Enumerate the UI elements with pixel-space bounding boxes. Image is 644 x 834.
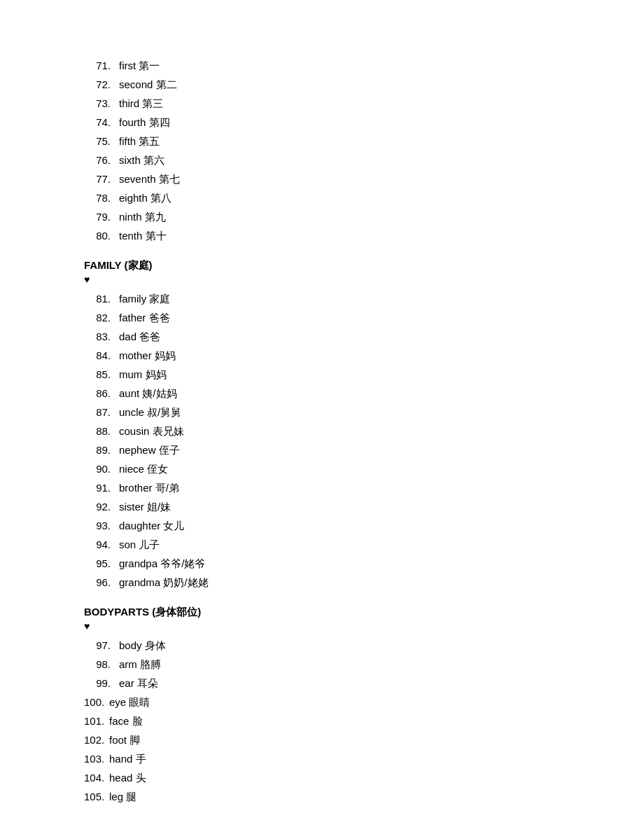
item-text: uncle 叔/舅舅 xyxy=(119,403,181,422)
item-number: 93. xyxy=(84,516,111,535)
item-text: leg 腿 xyxy=(109,787,136,806)
item-text: daughter 女儿 xyxy=(119,516,184,535)
item-text: seventh 第七 xyxy=(119,169,180,188)
bodyparts-section: BODYPARTS (身体部位) ♥ 97.body 身体98.arm 胳膊99… xyxy=(84,606,560,806)
item-text: cousin 表兄妹 xyxy=(119,422,184,440)
list-item: 82.father 爸爸 xyxy=(84,308,560,327)
item-text: brother 哥/弟 xyxy=(119,478,179,497)
item-number: 77. xyxy=(84,169,111,188)
item-number: 105. xyxy=(84,787,106,806)
item-text: third 第三 xyxy=(119,94,163,113)
item-number: 75. xyxy=(84,132,111,151)
item-text: fourth 第四 xyxy=(119,113,170,132)
list-item: 77.seventh 第七 xyxy=(84,169,560,188)
item-text: grandma 奶奶/姥姥 xyxy=(119,573,209,592)
list-item: 88.cousin 表兄妹 xyxy=(84,422,560,440)
list-item: 103.hand 手 xyxy=(84,749,560,768)
item-number: 101. xyxy=(84,711,106,730)
item-text: face 脸 xyxy=(109,711,143,730)
item-number: 86. xyxy=(84,384,111,403)
item-number: 81. xyxy=(84,289,111,308)
item-text: fifth 第五 xyxy=(119,132,160,151)
list-item: 90.niece 侄女 xyxy=(84,459,560,478)
item-text: mother 妈妈 xyxy=(119,346,176,365)
item-text: eighth 第八 xyxy=(119,188,172,207)
item-text: hand 手 xyxy=(109,749,146,768)
item-text: foot 脚 xyxy=(109,730,140,749)
item-number: 85. xyxy=(84,365,111,384)
item-number: 97. xyxy=(84,636,111,655)
item-text: second 第二 xyxy=(119,75,177,94)
item-number: 102. xyxy=(84,730,106,749)
item-text: tenth 第十 xyxy=(119,226,167,245)
family-section: FAMILY (家庭) ♥ 81.family 家庭82.father 爸爸83… xyxy=(84,259,560,592)
item-text: ninth 第九 xyxy=(119,207,166,226)
family-header: FAMILY (家庭) xyxy=(84,259,560,272)
list-item: 102.foot 脚 xyxy=(84,730,560,749)
item-number: 103. xyxy=(84,749,106,768)
item-text: arm 胳膊 xyxy=(119,655,161,674)
item-text: nephew 侄子 xyxy=(119,440,180,459)
list-item: 73.third 第三 xyxy=(84,94,560,113)
list-item: 104.head 头 xyxy=(84,768,560,787)
item-number: 78. xyxy=(84,188,111,207)
item-text: family 家庭 xyxy=(119,289,170,308)
item-number: 84. xyxy=(84,346,111,365)
list-item: 92.sister 姐/妹 xyxy=(84,497,560,516)
ordinals-section: 71.first 第一72.second 第二73.third 第三74.fou… xyxy=(84,56,560,245)
list-item: 95.grandpa 爷爷/姥爷 xyxy=(84,554,560,573)
list-item: 87.uncle 叔/舅舅 xyxy=(84,403,560,422)
list-item: 101.face 脸 xyxy=(84,711,560,730)
item-text: sister 姐/妹 xyxy=(119,497,171,516)
list-item: 85.mum 妈妈 xyxy=(84,365,560,384)
item-text: ear 耳朵 xyxy=(119,674,158,693)
list-item: 81.family 家庭 xyxy=(84,289,560,308)
item-number: 91. xyxy=(84,478,111,497)
item-number: 73. xyxy=(84,94,111,113)
list-item: 100.eye 眼睛 xyxy=(84,693,560,711)
item-number: 74. xyxy=(84,113,111,132)
item-number: 92. xyxy=(84,497,111,516)
list-item: 75.fifth 第五 xyxy=(84,132,560,151)
family-list: 81.family 家庭82.father 爸爸83.dad 爸爸84.moth… xyxy=(84,289,560,592)
list-item: 80.tenth 第十 xyxy=(84,226,560,245)
item-number: 100. xyxy=(84,693,106,711)
item-text: son 儿子 xyxy=(119,535,160,554)
item-text: body 身体 xyxy=(119,636,166,655)
list-item: 99.ear 耳朵 xyxy=(84,674,560,693)
item-text: sixth 第六 xyxy=(119,151,164,169)
bodyparts-header: BODYPARTS (身体部位) xyxy=(84,606,560,619)
item-number: 94. xyxy=(84,535,111,554)
list-item: 97.body 身体 xyxy=(84,636,560,655)
item-text: first 第一 xyxy=(119,56,160,75)
item-number: 89. xyxy=(84,440,111,459)
list-item: 89.nephew 侄子 xyxy=(84,440,560,459)
list-item: 71.first 第一 xyxy=(84,56,560,75)
item-text: head 头 xyxy=(109,768,146,787)
list-item: 78.eighth 第八 xyxy=(84,188,560,207)
item-text: eye 眼睛 xyxy=(109,693,150,711)
family-heart: ♥ xyxy=(84,274,560,285)
ordinals-list: 71.first 第一72.second 第二73.third 第三74.fou… xyxy=(84,56,560,245)
list-item: 79.ninth 第九 xyxy=(84,207,560,226)
item-text: aunt 姨/姑妈 xyxy=(119,384,177,403)
item-number: 104. xyxy=(84,768,106,787)
item-number: 95. xyxy=(84,554,111,573)
list-item: 94.son 儿子 xyxy=(84,535,560,554)
item-number: 83. xyxy=(84,327,111,346)
item-text: niece 侄女 xyxy=(119,459,168,478)
item-number: 96. xyxy=(84,573,111,592)
list-item: 72.second 第二 xyxy=(84,75,560,94)
item-number: 88. xyxy=(84,422,111,440)
list-item: 86.aunt 姨/姑妈 xyxy=(84,384,560,403)
item-text: father 爸爸 xyxy=(119,308,170,327)
list-item: 93.daughter 女儿 xyxy=(84,516,560,535)
bodyparts-list: 97.body 身体98.arm 胳膊99.ear 耳朵100.eye 眼睛10… xyxy=(84,636,560,806)
bodyparts-heart: ♥ xyxy=(84,620,560,632)
item-text: mum 妈妈 xyxy=(119,365,167,384)
item-number: 72. xyxy=(84,75,111,94)
list-item: 105.leg 腿 xyxy=(84,787,560,806)
item-number: 76. xyxy=(84,151,111,169)
item-number: 99. xyxy=(84,674,111,693)
list-item: 76.sixth 第六 xyxy=(84,151,560,169)
